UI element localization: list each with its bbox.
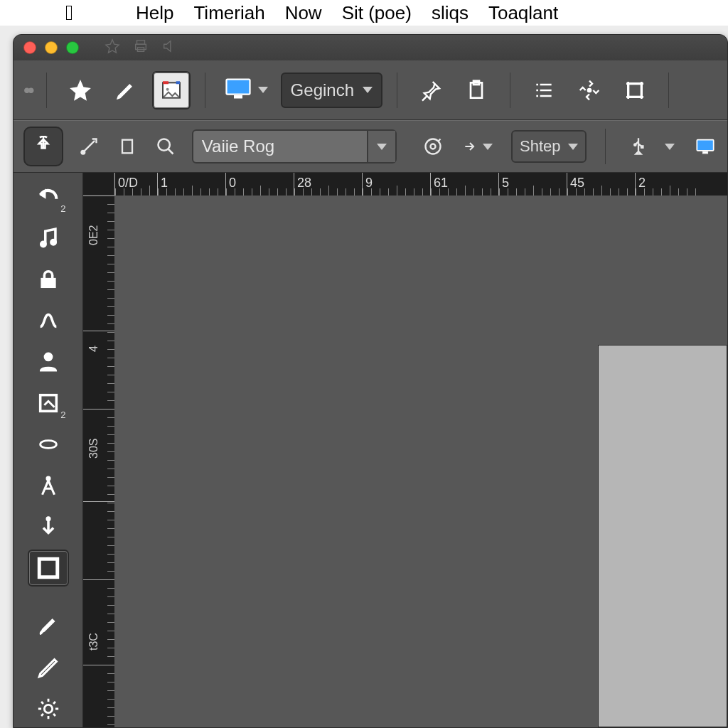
app-window: •• Geginch <box>13 34 728 728</box>
window-titlebar <box>14 35 727 60</box>
favorite-button[interactable] <box>61 71 100 109</box>
search-icon[interactable] <box>154 134 178 159</box>
usb-icon[interactable] <box>627 134 651 159</box>
svg-point-20 <box>40 241 46 247</box>
svg-point-13 <box>158 139 169 151</box>
brush-tool[interactable] <box>28 608 69 645</box>
toolbar-separator <box>510 73 510 108</box>
edit-button[interactable] <box>107 71 145 109</box>
step-dropdown-label: Shtep <box>520 137 561 156</box>
more-icon[interactable]: •• <box>23 79 32 102</box>
apple-logo-icon[interactable]:  <box>65 1 73 25</box>
toolbar-separator <box>668 73 669 108</box>
window-zoom-button[interactable] <box>66 41 79 54</box>
menu-toaqlant[interactable]: Toaqlant <box>488 2 558 24</box>
upload-button[interactable] <box>23 127 63 166</box>
pencil-tool[interactable] <box>28 649 69 686</box>
ruler-v-label: 4 <box>87 346 100 352</box>
menu-sliqs[interactable]: sliqs <box>432 2 469 24</box>
pin-button[interactable] <box>412 71 450 109</box>
mac-menu-bar:  Help Timeriah Now Sit (poe) sliqs Toaq… <box>0 0 728 26</box>
tool-badge: 2 <box>60 203 65 214</box>
options-toolbar: Vaiie Rog Shtep <box>14 120 727 173</box>
speaker-outline-icon[interactable] <box>161 38 177 57</box>
step-dropdown[interactable]: Shtep <box>511 130 587 163</box>
forward-dropdown[interactable] <box>459 134 497 159</box>
svg-point-15 <box>430 144 435 149</box>
svg-point-11 <box>81 150 85 154</box>
display-mode-dropdown[interactable] <box>220 78 274 102</box>
connector-tool-icon[interactable] <box>77 134 102 159</box>
chevron-down-icon <box>377 144 387 150</box>
tool-spacer <box>28 591 69 604</box>
music-tool[interactable] <box>28 220 69 257</box>
svg-point-25 <box>46 476 50 481</box>
artboard-button[interactable] <box>616 71 654 109</box>
print-outline-icon[interactable] <box>133 38 149 57</box>
target-icon[interactable] <box>421 134 445 159</box>
ruler-v-label: 0E2 <box>87 225 100 245</box>
page-artboard[interactable] <box>598 345 727 727</box>
menu-now[interactable]: Now <box>285 2 322 24</box>
value-combo-trigger[interactable] <box>367 131 395 162</box>
edit-shape-tool[interactable]: 2 <box>28 385 69 422</box>
image-button[interactable] <box>152 71 191 109</box>
canvas[interactable] <box>114 196 727 727</box>
undo-tool[interactable]: 2 <box>28 178 69 215</box>
menu-sit-poe[interactable]: Sit (poe) <box>342 2 412 24</box>
svg-rect-17 <box>641 146 644 149</box>
svg-point-9 <box>587 88 591 92</box>
page-tool-icon[interactable] <box>115 134 139 159</box>
toolbar-separator <box>46 73 47 108</box>
svg-rect-18 <box>697 140 714 151</box>
toolbar-separator <box>397 73 397 108</box>
tool-palette: 2 2 <box>14 173 83 727</box>
svg-rect-5 <box>226 79 250 94</box>
value-combo[interactable]: Vaiie Rog <box>192 129 397 164</box>
svg-point-28 <box>44 705 52 712</box>
coil-tool[interactable] <box>28 426 69 463</box>
gear-tool[interactable] <box>28 690 69 727</box>
list-button[interactable] <box>525 71 563 109</box>
zoom-dropdown-label: Geginch <box>291 80 354 100</box>
monitor-small-icon[interactable] <box>693 134 717 159</box>
svg-rect-6 <box>234 95 242 99</box>
rectangle-tool[interactable] <box>28 550 69 587</box>
toolbar-separator <box>605 129 606 164</box>
clipboard-button[interactable] <box>457 71 496 109</box>
svg-point-21 <box>50 239 56 245</box>
menu-timeriah[interactable]: Timeriah <box>193 2 264 24</box>
star-outline-icon[interactable] <box>105 38 120 57</box>
chevron-down-icon <box>363 87 373 93</box>
svg-point-4 <box>166 87 169 91</box>
person-tool[interactable] <box>28 343 69 380</box>
svg-rect-27 <box>39 559 58 577</box>
ruler-v-label: t3C <box>87 633 100 651</box>
value-combo-text: Vaiie Rog <box>193 136 367 156</box>
lock-tool[interactable] <box>28 261 69 298</box>
workspace: 2 2 <box>14 173 727 727</box>
chevron-down-icon[interactable] <box>665 144 675 150</box>
ruler-canvas-area: 0/D 1 0 28 9 61 5 45 2 0E2 4 30S t3 <box>83 173 727 727</box>
ruler-corner <box>83 173 114 196</box>
chevron-down-icon <box>483 144 493 150</box>
menu-help[interactable]: Help <box>136 2 173 24</box>
svg-rect-12 <box>122 140 132 154</box>
svg-rect-24 <box>40 395 56 411</box>
ruler-v-label: 30S <box>87 439 100 459</box>
zoom-dropdown[interactable]: Geginch <box>281 73 382 108</box>
svg-rect-22 <box>41 279 55 288</box>
chevron-down-icon <box>568 144 578 150</box>
path-tool[interactable] <box>28 302 69 339</box>
anchor-down-tool[interactable] <box>28 508 69 545</box>
chevron-down-icon <box>258 87 268 93</box>
svg-point-26 <box>46 517 50 521</box>
svg-rect-19 <box>703 151 708 154</box>
svg-rect-0 <box>137 41 145 45</box>
compass-tool[interactable] <box>28 467 69 504</box>
transform-button[interactable] <box>570 71 609 109</box>
horizontal-ruler[interactable]: 0/D 1 0 28 9 61 5 45 2 <box>114 173 727 196</box>
window-minimize-button[interactable] <box>45 41 58 54</box>
window-close-button[interactable] <box>23 41 36 54</box>
vertical-ruler[interactable]: 0E2 4 30S t3C <box>83 196 114 727</box>
